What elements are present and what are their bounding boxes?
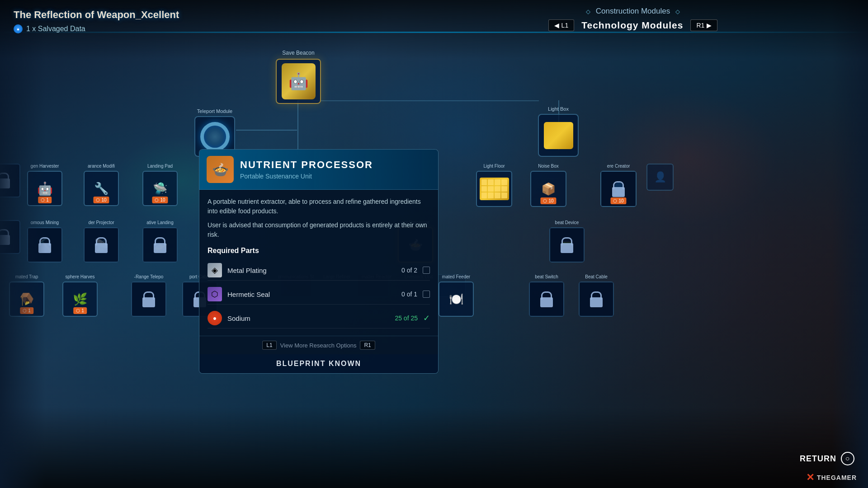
nutrient-body: A portable nutrient extractor, able to p… <box>199 190 438 336</box>
return-circle-btn[interactable]: ○ <box>841 452 854 465</box>
clearance-modifier-visual: 🔧 <box>94 182 108 196</box>
landing-pad-frame: 🛸 ⬡10 <box>142 171 178 206</box>
range-teleport-item[interactable]: -Range Telepo <box>131 274 166 317</box>
parts-list: ◈ Metal Plating 0 of 2 ⬡ Hermetic Seal 0… <box>208 260 430 328</box>
cost-icon-atm: ⬡ <box>613 198 617 203</box>
lock-order-proj <box>95 237 108 253</box>
lock-native-landing <box>154 237 166 253</box>
save-beacon-emoji: 🤖 <box>288 72 309 91</box>
automated-feeder-item[interactable]: mated Feeder 🍽️ <box>439 274 474 317</box>
heartbeat-switch-label: beat Switch <box>535 274 558 279</box>
header-nav: ◇ Construction Modules ◇ ◀ L1 Technology… <box>434 7 832 31</box>
connector-teleport-beacon <box>236 130 297 131</box>
nutrient-header: 🍲 NUTRIENT PROCESSOR Portable Sustenance… <box>199 150 438 190</box>
nutrient-emoji: 🍲 <box>212 162 229 178</box>
save-beacon-item[interactable]: Save Beacon 🤖 <box>276 50 321 104</box>
salvage-label: 1 x Salvaged Data <box>26 25 85 33</box>
part-row-sodium: ● Sodium 25 of 25 ✓ <box>208 308 430 328</box>
light-floor-item[interactable]: Light Floor <box>476 164 512 207</box>
order-projector-lock <box>85 228 118 262</box>
biosphere-harvester-visual: 🌿 <box>73 292 87 306</box>
metal-checkbox <box>423 267 430 274</box>
noise-box-visual: 📦 <box>541 182 556 196</box>
nutrient-desc: A portable nutrient extractor, able to p… <box>208 197 430 239</box>
nutrient-icon: 🍲 <box>207 156 234 183</box>
order-projector-item[interactable]: der Projector 📡 <box>84 220 119 263</box>
clearance-modifier-item[interactable]: arance Modifi 🔧 ⬡10 <box>84 164 119 206</box>
heartbeat-cable-lock <box>580 282 613 316</box>
cost-icon: ⬡ <box>543 198 547 203</box>
partial-right-edge: 👤 <box>646 164 674 191</box>
range-teleport-frame <box>131 282 166 317</box>
clearance-modifier-frame: 🔧 ⬡10 <box>84 171 119 206</box>
teleport-label: Teleport Module <box>197 108 232 114</box>
light-box-item[interactable]: Light Box <box>538 106 579 157</box>
biosphere-harvester-item[interactable]: sphere Harves 🌿 ⬡1 <box>62 274 98 317</box>
native-landing-item[interactable]: ative Landing 🚁 <box>142 220 178 263</box>
blueprint-known: BLUEPRINT KNOWN <box>199 354 438 373</box>
sodium-check: ✓ <box>423 313 430 323</box>
automated-feeder-frame: 🍽️ <box>439 282 474 317</box>
noise-box-item[interactable]: Noise Box 📦 ⬡ 10 <box>530 164 566 207</box>
range-teleport-label: -Range Telepo <box>134 274 164 279</box>
ship-name: The Reflection of Weapon_Xcellent <box>14 9 179 21</box>
landing-pad-item[interactable]: Landing Pad 🛸 ⬡10 <box>142 164 178 206</box>
heartbeat-switch-frame <box>529 282 564 317</box>
nutrient-processor-panel: 🍲 NUTRIENT PROCESSOR Portable Sustenance… <box>199 149 439 374</box>
metal-icon: ◈ <box>208 263 222 277</box>
brand-name: THEGAMER <box>817 474 857 481</box>
salvage-info: ● 1 x Salvaged Data <box>14 24 179 33</box>
required-parts-label: Required Parts <box>208 247 430 255</box>
diamond-left: ◇ <box>586 8 590 15</box>
landing-pad-cost: ⬡10 <box>152 197 168 203</box>
automated-feeder-label: mated Feeder <box>442 274 470 279</box>
lock-icon-atm <box>612 181 625 197</box>
nutrient-title-block: NUTRIENT PROCESSOR Portable Sustenance U… <box>240 159 373 180</box>
lock-range-teleport <box>142 291 155 307</box>
clearance-cost: ⬡10 <box>93 197 109 203</box>
nutrient-desc-2: User is advised that consumption of gene… <box>208 221 430 239</box>
ship-info: The Reflection of Weapon_Xcellent ● 1 x … <box>14 9 179 33</box>
heartbeat-switch-item[interactable]: beat Switch <box>529 274 564 317</box>
biosphere-harvester-label: sphere Harves <box>65 274 94 279</box>
atmosphere-creator-item[interactable]: ere Creator 👤 ⬡ 10 <box>600 164 637 207</box>
hermetic-name: Hermetic Seal <box>227 291 396 298</box>
lock-hb-switch <box>540 291 553 307</box>
landing-pad-visual: 🛸 <box>153 182 167 196</box>
native-landing-frame: 🚁 <box>142 227 178 263</box>
heartbeat-cable-item[interactable]: Beat Cable <box>579 274 614 317</box>
fade-left <box>0 0 45 488</box>
heartbeat-cable-label: Beat Cable <box>585 274 607 279</box>
order-projector-frame: 📡 <box>84 227 119 263</box>
noise-box-frame: 📦 ⬡ 10 <box>530 171 566 207</box>
return-area[interactable]: RETURN ○ <box>800 452 854 465</box>
hermetic-checkbox <box>423 291 430 298</box>
clearance-modifier-label: arance Modifi <box>88 164 115 169</box>
r1-button[interactable]: R1 ▶ <box>690 19 717 31</box>
nav-hint-l1[interactable]: L1 <box>262 341 276 350</box>
heartbeat-device-frame: 📟 <box>549 227 585 263</box>
atm-creator-cost: ⬡ 10 <box>610 197 626 204</box>
heartbeat-device-item[interactable]: beat Device 📟 <box>549 220 585 263</box>
nav-row: ◀ L1 Technology Modules R1 ▶ <box>548 19 718 31</box>
l1-label: L1 <box>561 22 569 29</box>
l1-button[interactable]: ◀ L1 <box>548 19 575 31</box>
light-box-label: Light Box <box>548 106 569 112</box>
sodium-name: Sodium <box>227 314 389 322</box>
light-floor-frame <box>476 171 512 207</box>
r1-label: R1 <box>696 22 704 29</box>
landing-pad-label: Landing Pad <box>147 164 173 169</box>
order-projector-label: der Projector <box>88 220 114 225</box>
nav-hint-r1[interactable]: R1 <box>360 341 375 350</box>
native-landing-label: ative Landing <box>146 220 174 225</box>
nav-hint: L1 View More Research Options R1 <box>199 336 438 354</box>
save-beacon-frame: 🤖 <box>276 59 321 104</box>
noise-box-cost: ⬡ 10 <box>540 197 556 204</box>
heartbeat-cable-frame <box>579 282 614 317</box>
range-teleport-lock <box>132 282 165 316</box>
heartbeat-device-label: beat Device <box>555 220 579 225</box>
light-box-frame <box>538 114 579 157</box>
lock-heartbeat-device <box>561 237 573 253</box>
brand-x: ✕ <box>806 472 814 483</box>
salvage-icon: ● <box>14 24 23 33</box>
